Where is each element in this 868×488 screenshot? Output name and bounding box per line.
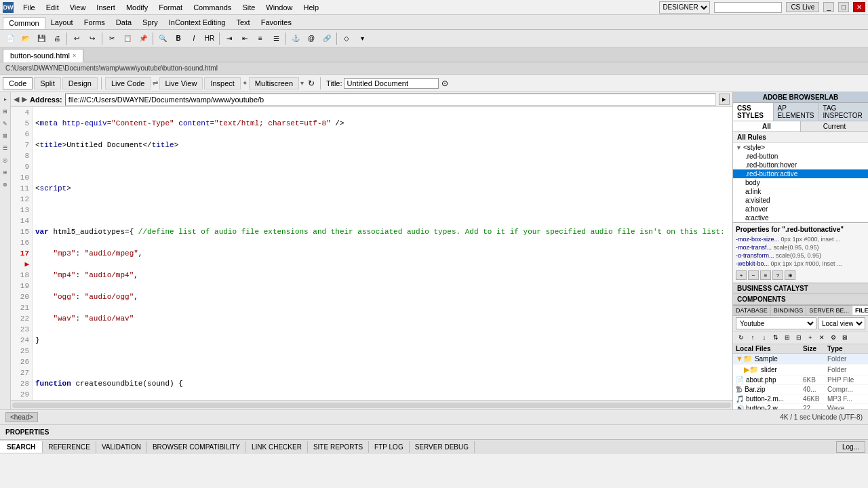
log-button[interactable]: Log... — [836, 441, 865, 453]
tab-favorites[interactable]: Favorites — [256, 17, 297, 28]
files-collapse-btn[interactable]: ⊟ — [793, 333, 804, 342]
window-min[interactable]: _ — [823, 2, 834, 12]
prop-icon-4[interactable]: ? — [772, 270, 783, 280]
menu-commands[interactable]: Commands — [188, 2, 237, 13]
code-view[interactable]: 4 5 6 7 8 9 10 11 12 13 14 15 16 17 ▶ 18… — [11, 107, 732, 400]
bottom-tab-reference[interactable]: REFERENCE — [43, 441, 96, 453]
ap-elements-tab[interactable]: AP ELEMENTS — [774, 103, 819, 121]
menu-file[interactable]: File — [18, 2, 41, 13]
current-btn[interactable]: Current — [801, 121, 868, 131]
files-delete-btn[interactable]: ✕ — [816, 333, 827, 342]
files-new-btn[interactable]: + — [805, 333, 816, 342]
all-btn[interactable]: All — [733, 121, 801, 131]
rule-red-button-active[interactable]: .red-button:active — [733, 169, 868, 178]
cs-live-btn[interactable]: CS Live — [786, 2, 819, 12]
rule-aactive[interactable]: a:active — [733, 214, 868, 222]
files-upload-btn[interactable]: ↑ — [747, 333, 758, 342]
menu-window[interactable]: Window — [260, 2, 298, 13]
indent-btn[interactable]: ⇥ — [222, 32, 237, 45]
shape-btn[interactable]: ◇ — [339, 32, 354, 45]
site-select[interactable]: Youtube — [736, 317, 816, 329]
left-icon-2[interactable]: ⊞ — [1, 108, 10, 118]
title-icon[interactable]: ⊙ — [441, 79, 448, 88]
multiscreen-btn[interactable]: Multiscreen — [249, 77, 299, 89]
files-download-btn[interactable]: ↓ — [759, 333, 770, 342]
rule-avisited[interactable]: a:visited — [733, 196, 868, 205]
rule-red-button[interactable]: .red-button — [733, 152, 868, 161]
menu-edit[interactable]: Edit — [41, 2, 64, 13]
files-list[interactable]: ▼📁 Sample Folder ▶📁 slider Folder 📄 abou… — [733, 354, 868, 409]
files-sync-btn[interactable]: ⇅ — [770, 333, 781, 342]
tag-inspector-tab[interactable]: TAG INSPECTOR — [819, 103, 868, 121]
left-icon-4[interactable]: ⊠ — [1, 133, 10, 142]
tab-text[interactable]: Text — [231, 17, 255, 28]
designer-select[interactable]: DESIGNER — [659, 1, 710, 14]
css-styles-tab[interactable]: CSS STYLES — [733, 103, 774, 121]
save-btn[interactable]: 💾 — [34, 32, 49, 45]
copy-btn[interactable]: 📋 — [120, 32, 135, 45]
live-code-btn[interactable]: Live Code — [105, 77, 151, 89]
menu-modify[interactable]: Modify — [121, 2, 153, 13]
tab-layout[interactable]: Layout — [45, 17, 79, 28]
left-icon-5[interactable]: ☰ — [1, 145, 10, 155]
files-settings-btn[interactable]: ⚙ — [828, 333, 839, 342]
italic-btn[interactable]: I — [186, 32, 201, 45]
split-mode-btn[interactable]: Split — [34, 77, 60, 89]
addr-nav-fwd[interactable]: ▶ — [22, 95, 27, 104]
paste-btn[interactable]: 📌 — [136, 32, 151, 45]
bottom-tab-site-reports[interactable]: SITE REPORTS — [308, 441, 369, 453]
files-view-btn[interactable]: ⊠ — [840, 333, 850, 342]
menu-view[interactable]: View — [64, 2, 92, 13]
left-icon-8[interactable]: ⊗ — [1, 182, 10, 191]
code-mode-btn[interactable]: Code — [3, 77, 33, 89]
status-tag[interactable]: <head> — [5, 412, 38, 422]
live-view-btn[interactable]: Live View — [159, 77, 203, 89]
prop-icon-2[interactable]: − — [748, 270, 759, 280]
open-btn[interactable]: 📂 — [18, 32, 33, 45]
list-item[interactable]: ▶📁 slider Folder — [733, 365, 868, 375]
file-tab-close[interactable]: × — [73, 52, 76, 59]
list-item[interactable]: 🗜 Bar.zip 40... Compr... — [733, 385, 868, 394]
find-btn[interactable]: 🔍 — [155, 32, 170, 45]
list-item[interactable]: ▼📁 Sample Folder — [733, 354, 868, 365]
view-select[interactable]: Local view — [818, 317, 865, 329]
addr-go-btn[interactable]: ▸ — [719, 94, 730, 105]
prop-icon-1[interactable]: + — [736, 270, 747, 280]
bottom-tab-server-debug[interactable]: SERVER DEBUG — [410, 441, 475, 453]
tab-forms[interactable]: Forms — [79, 17, 111, 28]
list-item[interactable]: 🔊 button-2.w... 22... Wave ... — [733, 404, 868, 409]
bottom-tab-browser-compat[interactable]: BROWSER COMPATIBILITY — [147, 441, 246, 453]
ordered-list-btn[interactable]: ≡ — [253, 32, 268, 45]
rule-body[interactable]: body — [733, 178, 868, 187]
rule-alink[interactable]: a:link — [733, 187, 868, 196]
print-btn[interactable]: 🖨 — [50, 32, 64, 45]
bottom-tab-ftp-log[interactable]: FTP LOG — [369, 441, 410, 453]
menu-format[interactable]: Format — [153, 2, 188, 13]
rule-style-tag[interactable]: ▼ <style> — [733, 143, 868, 152]
left-icon-7[interactable]: ⊕ — [1, 169, 10, 179]
tab-spry[interactable]: Spry — [137, 17, 163, 28]
new-btn[interactable]: 📄 — [3, 32, 18, 45]
redo-btn[interactable]: ↪ — [85, 32, 100, 45]
outdent-btn[interactable]: ⇤ — [237, 32, 252, 45]
refresh-icon[interactable]: ↻ — [308, 79, 315, 88]
prop-icon-3[interactable]: ≡ — [760, 270, 771, 280]
left-icon-1[interactable]: ▸ — [1, 96, 10, 106]
design-mode-btn[interactable]: Design — [62, 77, 98, 89]
link-btn[interactable]: 🔗 — [319, 32, 334, 45]
title-input[interactable] — [344, 78, 439, 89]
rule-btn[interactable]: HR — [202, 32, 217, 45]
file-tab-active[interactable]: button-sound.html × — [3, 49, 83, 62]
undo-btn[interactable]: ↩ — [69, 32, 84, 45]
tab-files[interactable]: FILES — [852, 306, 868, 315]
more-btn[interactable]: ▾ — [355, 32, 370, 45]
tab-common[interactable]: Common — [3, 17, 45, 29]
prop-icon-5[interactable]: ⊕ — [785, 270, 795, 280]
tab-data[interactable]: Data — [111, 17, 137, 28]
bottom-tab-search[interactable]: SEARCH — [0, 441, 43, 453]
addr-nav-back[interactable]: ◀ — [14, 95, 19, 104]
cut-btn[interactable]: ✂ — [104, 32, 119, 45]
anchor-btn[interactable]: ⚓ — [288, 32, 303, 45]
code-content[interactable]: <meta http-equiv="Content-Type" content=… — [33, 107, 732, 400]
email-btn[interactable]: @ — [304, 32, 319, 45]
